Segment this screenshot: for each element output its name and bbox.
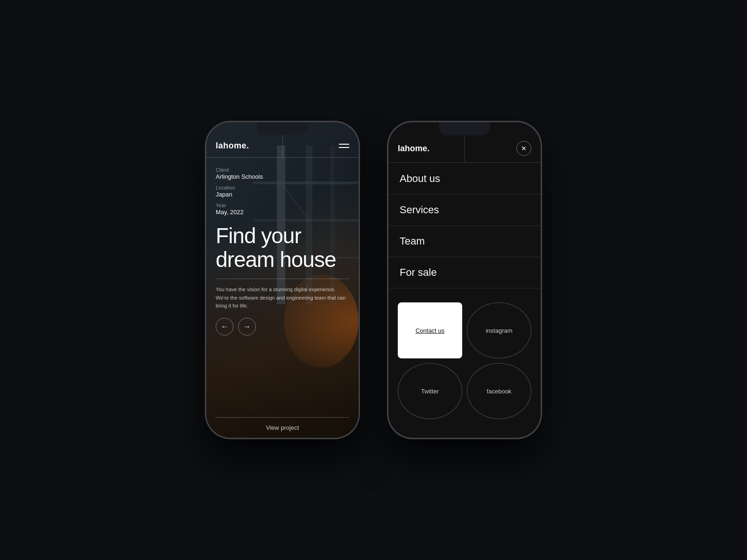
facebook-button[interactable]: facebook: [467, 363, 531, 419]
notch: [257, 122, 308, 135]
view-project-button[interactable]: View project: [216, 417, 349, 438]
nav-item-forsale[interactable]: For sale: [388, 257, 541, 288]
nav-item-services[interactable]: Services: [388, 195, 541, 226]
nav-item-about[interactable]: About us: [388, 163, 541, 195]
year-value: May, 2022: [216, 209, 349, 216]
twitter-button[interactable]: Twitter: [398, 363, 462, 419]
year-block: Year May, 2022: [216, 203, 349, 216]
client-block: Client Arlington Schools: [216, 167, 349, 180]
right-phone: lahome. ✕ About us Services Team For sal…: [388, 121, 542, 439]
prev-arrow-button[interactable]: ←: [216, 318, 233, 336]
social-grid: Contact us instagram Twitter facebook: [398, 302, 531, 419]
hero-description: You have the vision for a stunning digit…: [216, 286, 349, 310]
instagram-button[interactable]: instagram: [467, 302, 531, 358]
facebook-label: facebook: [487, 388, 512, 395]
close-button[interactable]: ✕: [516, 141, 531, 156]
right-logo: lahome.: [398, 144, 430, 154]
contact-label: Contact us: [416, 327, 444, 334]
client-value: Arlington Schools: [216, 173, 349, 180]
contact-us-button[interactable]: Contact us: [398, 302, 462, 358]
instagram-label: instagram: [486, 327, 512, 334]
left-phone: lahome. Client Arlington Schools Locatio…: [205, 121, 359, 439]
left-content: Client Arlington Schools Location Japan …: [206, 160, 359, 438]
left-logo: lahome.: [216, 141, 249, 151]
location-block: Location Japan: [216, 185, 349, 198]
location-label: Location: [216, 185, 349, 190]
left-screen: lahome. Client Arlington Schools Locatio…: [206, 122, 359, 438]
right-notch: [439, 122, 490, 135]
hamburger-button[interactable]: [339, 144, 349, 148]
twitter-label: Twitter: [421, 388, 439, 395]
right-screen: lahome. ✕ About us Services Team For sal…: [388, 122, 541, 438]
hero-title: Find your dream house: [216, 224, 349, 271]
nav-arrows: ← →: [216, 318, 349, 336]
nav-item-team[interactable]: Team: [388, 226, 541, 257]
year-label: Year: [216, 203, 349, 208]
client-label: Client: [216, 167, 349, 173]
next-arrow-button[interactable]: →: [238, 318, 256, 336]
right-nav: About us Services Team For sale: [388, 163, 541, 288]
hero-divider: [216, 279, 349, 279]
location-value: Japan: [216, 191, 349, 198]
